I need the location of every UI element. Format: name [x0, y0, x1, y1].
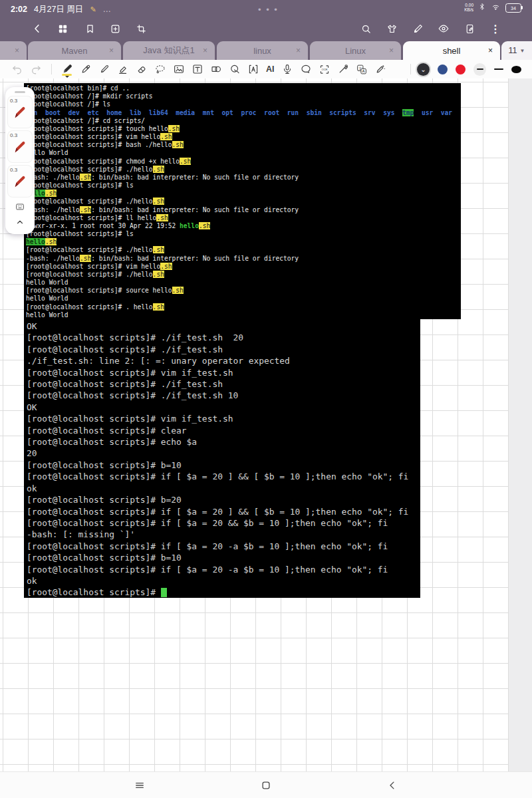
tab-java-notes[interactable]: Java 知识点1 × [123, 41, 215, 60]
color-swatch-blue[interactable] [438, 65, 448, 74]
terminal-line: [root@localhost scripts]# vim if_test.sh [27, 367, 420, 378]
collapse-toolbar-button[interactable]: ⌄ [417, 63, 430, 76]
note-app-screen: 2:02 4月27日 周日 ✎ … • • • 0.00KB/s 34 [0, 0, 532, 798]
terminal-line: [root@localhost scripts]# if [ $a = 20 ]… [27, 506, 420, 517]
tool-insert-image[interactable] [173, 62, 185, 76]
terminal-line: [root@localhost scripts]# source hello.s… [26, 287, 461, 295]
tab-close-icon[interactable]: × [488, 46, 493, 55]
tab-close-icon[interactable]: × [109, 46, 114, 55]
home-button[interactable] [258, 777, 274, 793]
terminal-line: [root@localhost scripts]# ll hello.sh [26, 214, 461, 222]
terminal-line: -bash: [: missing `]' [27, 529, 420, 540]
pen-palette-panel[interactable]: 0.3 0.3 0.3 [5, 87, 35, 234]
terminal-line: [root@localhost scripts]# if [ $a = 20 ]… [27, 471, 420, 482]
pen-preset-3[interactable]: 0.3 [7, 165, 33, 198]
tool-text-box[interactable] [192, 62, 203, 76]
tab-linux-upper[interactable]: Linux × [310, 41, 401, 60]
redo-button[interactable] [30, 62, 42, 76]
search-button[interactable] [358, 21, 374, 37]
tool-translate[interactable]: 文A [356, 62, 368, 76]
battery-icon: 34 [505, 3, 523, 12]
tool-voice-mic[interactable] [281, 62, 293, 76]
nav-back-button[interactable] [384, 777, 400, 793]
stroke-width-thin[interactable] [494, 68, 503, 70]
terminal-line: [root@localhost scripts]# echo $a [27, 436, 420, 448]
tool-ai[interactable]: AI [266, 65, 275, 74]
terminal-line: ok [27, 575, 420, 587]
terminal-line: [root@localhost scripts]# if [ $a = 20 -… [27, 564, 420, 575]
terminal-line: [root@localhost scripts]# chmod +x hello… [26, 158, 461, 166]
toolbar-divider [51, 64, 52, 74]
tab-overflow-partial[interactable]: × [0, 41, 27, 60]
bluetooth-icon [478, 2, 486, 13]
tool-pencil[interactable] [80, 62, 92, 76]
tab-close-icon[interactable]: × [15, 46, 19, 55]
tool-lookup-magnifier[interactable] [229, 62, 241, 76]
tab-maven[interactable]: Maven × [28, 41, 121, 60]
terminal-line: [root@localhost /]# cd scripts/ [26, 117, 461, 125]
device-handwrite-button[interactable] [462, 21, 477, 37]
status-more-icon: … [103, 5, 112, 14]
color-swatch-red[interactable] [456, 65, 466, 74]
annotate-pen-button[interactable] [410, 21, 426, 37]
tool-shapes[interactable] [210, 62, 222, 76]
edit-mode-icon: ✎ [90, 5, 96, 14]
chevron-down-icon: ▼ [520, 48, 525, 54]
terminal-line: [root@localhost scripts]# touch hello.sh [26, 125, 461, 133]
terminal-line: OK [27, 402, 420, 413]
tool-ballpoint-pen[interactable] [98, 62, 110, 76]
more-menu-button[interactable]: ⋮ [487, 21, 503, 37]
terminal-line: -bash: ./hello.sh: bin/bash: bad interpr… [26, 174, 461, 182]
add-page-button[interactable] [107, 21, 123, 37]
tool-lasso-select[interactable] [154, 62, 166, 76]
terminal-line: [root@localhost scripts]# ./hello.sh [26, 246, 461, 254]
bookmark-button[interactable] [82, 21, 98, 37]
terminal-line: [root@localhost scripts]# if [ $a = 20 &… [27, 517, 420, 529]
tool-highlighter[interactable] [117, 62, 129, 76]
back-button[interactable] [29, 21, 45, 37]
tool-fountain-pen[interactable] [61, 62, 73, 76]
terminal-line: [root@localhost scripts]# ./hello.sh [26, 166, 461, 174]
terminal-line: -bash: ./hello.sh: bin/bash: bad interpr… [26, 206, 461, 214]
terminal-line: hello World [26, 279, 461, 287]
tool-eraser[interactable] [136, 62, 148, 76]
terminal-line: [root@localhost scripts]# ./if_test.sh [27, 344, 420, 355]
stroke-width-selected[interactable] [473, 63, 486, 76]
tab-close-icon[interactable]: × [203, 46, 207, 55]
screenshot-crop-button[interactable] [133, 21, 149, 37]
tab-close-icon[interactable]: × [296, 46, 301, 55]
terminal-line: [root@localhost scripts]# ./if_test.sh [27, 378, 420, 390]
recents-button[interactable] [132, 777, 148, 793]
apps-grid-button[interactable] [55, 21, 70, 37]
palette-grid-icon[interactable] [15, 201, 25, 215]
terminal-screenshot-hello-sh[interactable]: [root@localhost bin]# cd ..[root@localho… [24, 83, 461, 319]
pen-size-label: 0.3 [10, 132, 17, 138]
terminal-line: [root@localhost scripts]# ls [26, 230, 461, 238]
tool-comment-bubble[interactable] [300, 62, 312, 76]
undo-button[interactable] [11, 62, 23, 76]
tool-ocr[interactable]: OCR [319, 62, 331, 76]
tool-magic-pen[interactable] [374, 62, 386, 76]
theme-tshirt-button[interactable] [384, 21, 400, 37]
color-swatch-black[interactable] [511, 66, 521, 73]
palette-drag-handle[interactable] [15, 91, 25, 93]
tab-linux-lower[interactable]: linux × [217, 41, 308, 60]
pen-preset-2[interactable]: 0.3 [7, 130, 33, 163]
terminal-line: [root@localhost scripts]# vim hello.sh [26, 133, 461, 141]
tab-counter-dropdown[interactable]: 11 ▼ [501, 41, 532, 60]
tool-extract-text[interactable] [247, 62, 259, 76]
terminal-line: [root@localhost scripts]# b=10 [27, 460, 420, 471]
pen-preset-1[interactable]: 0.3 [7, 96, 33, 128]
tab-shell-active[interactable]: shell × [403, 41, 500, 60]
tool-laser-pointer[interactable] [337, 62, 349, 76]
terminal-line: [root@localhost scripts]# b=10 [27, 552, 420, 563]
drawing-toolbar: AI OCR 文A ⌄ [0, 60, 532, 78]
tab-close-icon[interactable]: × [389, 46, 394, 55]
split-handle-icon[interactable]: • • • [258, 5, 279, 15]
terminal-line: ./if_test.sh: line 2: [: =: unary operat… [27, 355, 420, 366]
terminal-line: [root@localhost /]# mkdir scripts [26, 92, 461, 100]
terminal-line: [root@localhost scripts]# vim if_test.sh [27, 413, 420, 424]
view-mode-eye-button[interactable] [436, 21, 452, 37]
palette-collapse-chevron[interactable] [15, 217, 25, 229]
terminal-screenshot-if-test[interactable]: OK[root@localhost scripts]# ./if_test.sh… [24, 318, 420, 598]
